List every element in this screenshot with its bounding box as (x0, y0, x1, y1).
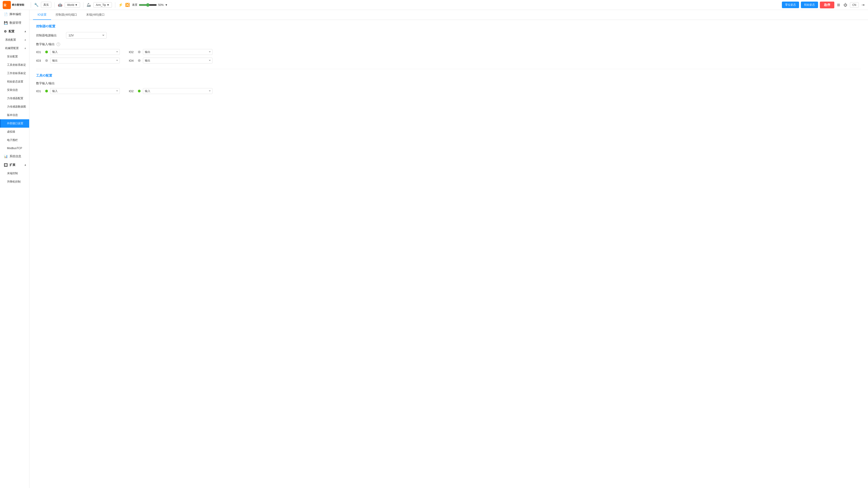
topbar-divider-1 (31, 2, 31, 8)
sidebar-item-forcechart[interactable]: 力传感器数据图 (0, 103, 29, 111)
sidebar-label-terminalctrl: 末端控制 (7, 171, 18, 175)
tool-io2-dot (138, 90, 141, 92)
sidebar-label-script: 脚本编程 (9, 12, 21, 16)
world-icon: 🤖 (58, 3, 62, 7)
topbar: R 睿尔曼智能 🔧 真实 🤖 World ▼ 🦾 Arm_Tip ▼ ⚡ 🔀 速… (0, 0, 868, 10)
controller-io1-select[interactable]: 输入 输出 (50, 49, 120, 55)
motion-icon-2[interactable]: 🔀 (125, 3, 130, 7)
logout-icon-btn[interactable]: ⇥ (861, 2, 865, 8)
sidebar: 📄 脚本编程 💾 数据管理 ⚙ 配置 ∧ 系统配置 ∧ 机械臂配置 ∧ 安全配置… (0, 10, 29, 488)
sidebar-label-config: 配置 (8, 29, 14, 33)
svg-text:R: R (4, 3, 6, 7)
tab-io-settings[interactable]: IO设置 (33, 10, 51, 20)
sidebar-item-sysinfo[interactable]: 📊 系统信息 (0, 152, 29, 161)
sidebar-label-forcesensor: 力传感器配置 (7, 96, 23, 100)
sidebar-label-version: 版本信息 (7, 113, 18, 117)
sidebar-label-sysconfig: 系统配置 (5, 38, 16, 42)
tool-io1-select[interactable]: 输入 输出 (50, 88, 120, 94)
sysconfig-chevron: ∧ (24, 39, 26, 41)
sidebar-item-extio[interactable]: 外部接口设置 (0, 119, 29, 128)
sidebar-item-safety[interactable]: 安全配置 (0, 53, 29, 61)
logo-text: 睿尔曼智能 (12, 3, 24, 6)
sidebar-item-workcoord[interactable]: 工作坐标系标定 (0, 69, 29, 77)
tool-io-section: 工具IO配置 数字输入/输出 IO1 输入 输出 (36, 74, 861, 94)
power-output-select[interactable]: 12V 24V 5V (66, 32, 107, 39)
sidebar-label-efence: 电子围栏 (7, 138, 18, 142)
zero-pose-button[interactable]: 零位姿态 (782, 2, 799, 8)
controller-io1-row: IO1 输入 输出 (36, 49, 120, 55)
arm-tip-icon: 🦾 (87, 3, 91, 7)
lang-button[interactable]: CN (850, 2, 859, 8)
data-icon: 💾 (4, 21, 8, 25)
world-label: World (67, 3, 74, 6)
sidebar-item-initpose[interactable]: 初始姿态设置 (0, 77, 29, 86)
logo-icon: R (3, 1, 11, 9)
motion-icon-1[interactable]: ⚡ (119, 3, 123, 7)
topbar-right: 零位姿态 初始姿态 急停 ⊞ ⏻ CN ⇥ (782, 2, 865, 8)
tool-io2-select[interactable]: 输入 输出 (143, 88, 213, 94)
help-icon[interactable]: ? (57, 42, 60, 46)
tool-io2-row: IO2 输入 输出 (129, 88, 213, 94)
tool-io2-label: IO2 (129, 90, 135, 93)
sidebar-item-version[interactable]: 版本信息 (0, 111, 29, 119)
sidebar-item-efence[interactable]: 电子围栏 (0, 136, 29, 144)
speed-chevron: ▼ (165, 3, 168, 6)
power-output-label: 控制器电源输出 (36, 33, 63, 37)
controller-io3-select[interactable]: 输入 输出 (50, 58, 120, 64)
sidebar-item-script[interactable]: 📄 脚本编程 (0, 10, 29, 19)
sidebar-label-armconfig: 机械臂配置 (5, 46, 19, 50)
mode-button[interactable]: 真实 (41, 2, 51, 8)
tool-io1-label: IO1 (36, 90, 43, 93)
sidebar-item-sysconfig[interactable]: 系统配置 ∧ (0, 36, 29, 44)
sidebar-item-modbustcp[interactable]: ModbusTCP (0, 144, 29, 152)
tool-io1-dot (45, 90, 48, 92)
settings-icon-btn[interactable]: ⊞ (836, 2, 841, 8)
sidebar-label-forcechart: 力传感器数据图 (7, 105, 26, 109)
tab-terminal-485[interactable]: 末端(485)接口 (82, 10, 109, 20)
sidebar-item-expand[interactable]: 🔲 扩展 ∧ (0, 161, 29, 169)
sidebar-label-expand: 扩展 (9, 163, 16, 167)
sidebar-label-extio: 外部接口设置 (7, 122, 23, 125)
emergency-stop-button[interactable]: 急停 (820, 2, 834, 8)
sidebar-item-liftctrl[interactable]: 升降机控制 (0, 177, 29, 186)
tool-io-grid: IO1 输入 输出 IO2 输入 (36, 88, 213, 94)
world-chevron: ▼ (75, 3, 78, 6)
config-icon: ⚙ (4, 30, 7, 33)
controller-io2-select[interactable]: 输入 输出 (143, 49, 213, 55)
controller-io-title[interactable]: 控制器IO配置 (36, 24, 861, 29)
sidebar-item-installinfo[interactable]: 安装信息 (0, 86, 29, 94)
sidebar-item-virtualwall[interactable]: 虚拟墙 (0, 128, 29, 136)
controller-io3-label: IO3 (36, 59, 43, 62)
controller-io4-select[interactable]: 输入 输出 (143, 58, 213, 64)
sidebar-item-toolcoord[interactable]: 工具坐标系标定 (0, 61, 29, 69)
tabs-bar: IO设置 控制器(485)端口 末端(485)接口 (29, 10, 868, 20)
power-icon-btn[interactable]: ⏻ (843, 2, 848, 8)
topbar-divider-3 (83, 2, 84, 8)
sidebar-label-safety: 安全配置 (7, 55, 18, 59)
armconfig-chevron: ∧ (24, 47, 26, 50)
layout: 📄 脚本编程 💾 数据管理 ⚙ 配置 ∧ 系统配置 ∧ 机械臂配置 ∧ 安全配置… (0, 10, 868, 488)
script-icon: 📄 (4, 12, 8, 16)
sidebar-item-config[interactable]: ⚙ 配置 ∧ (0, 27, 29, 36)
sysinfo-icon: 📊 (4, 155, 8, 158)
expand-icon: 🔲 (4, 163, 8, 167)
initial-pose-button[interactable]: 初始姿态 (801, 2, 818, 8)
arm-tip-button[interactable]: Arm_Tip ▼ (93, 2, 112, 8)
tab-controller-485[interactable]: 控制器(485)端口 (51, 10, 82, 20)
controller-io2-dot (138, 51, 141, 53)
sidebar-label-liftctrl: 升降机控制 (7, 180, 21, 184)
world-button[interactable]: World ▼ (65, 2, 80, 8)
sidebar-item-terminalctrl[interactable]: 末端控制 (0, 169, 29, 177)
tool-digital-io: 数字输入/输出 IO1 输入 输出 (36, 81, 861, 94)
controller-digital-io: 数字输入/输出 ? IO1 输入 输出 (36, 42, 861, 64)
sidebar-label-virtualwall: 虚拟墙 (7, 130, 15, 134)
controller-io3-dot (45, 59, 48, 62)
tab-content: 控制器IO配置 控制器电源输出 12V 24V 5V 数字输入/输出 ? (29, 20, 868, 104)
tool-io-title[interactable]: 工具IO配置 (36, 74, 861, 78)
config-chevron: ∧ (24, 30, 26, 33)
sidebar-item-armconfig[interactable]: 机械臂配置 ∧ (0, 44, 29, 53)
sidebar-item-data[interactable]: 💾 数据管理 (0, 19, 29, 27)
speed-slider[interactable] (139, 3, 157, 7)
sidebar-item-forcesensor[interactable]: 力传感器配置 (0, 94, 29, 103)
mode-label: 真实 (43, 3, 49, 7)
